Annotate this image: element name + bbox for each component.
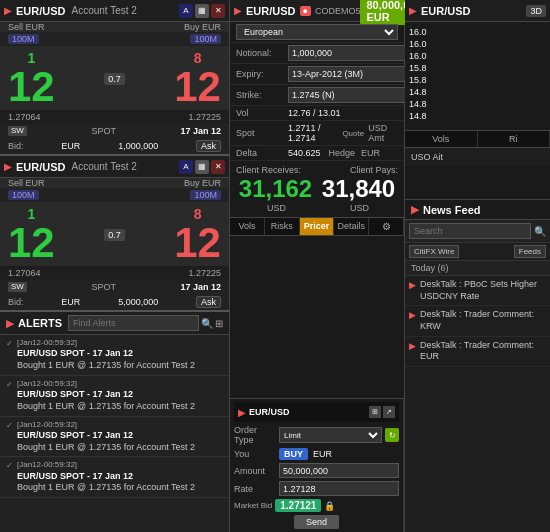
right-panel-prices: 16.0 16.0 16.0 15.8 15.8 14.8 14.8 14.8 [405,22,550,126]
order1-send-button[interactable]: Send [294,515,339,529]
tile2-sell-price: 12 [8,222,55,264]
tile1-icon-a[interactable]: A [179,4,193,18]
alerts-expand-icon[interactable]: ⊞ [215,318,223,329]
news-item-0[interactable]: ▶ DeskTalk : PBoC Sets Higher USDCNY Rat… [405,276,550,306]
alert-check-icon: ✓ [6,339,13,348]
order1-icon-b[interactable]: ↗ [383,406,395,418]
right-tab-vols[interactable]: Vols [405,131,478,147]
options-vol-row: Vol 12.76 / 13.01 [230,106,404,121]
tile1-sell-block[interactable]: 1 12 [8,50,55,108]
tile2-buy-block[interactable]: 8 12 [174,206,221,264]
tile1-currency: EUR [61,141,80,151]
tile2-sell-block[interactable]: 1 12 [8,206,55,264]
tile2-account: Account Test 2 [72,161,137,172]
tile1-sell-label: Sell EUR [8,22,45,32]
options-strike-input[interactable] [288,87,408,103]
order1-buy-button[interactable]: BUY [279,448,308,460]
tile1-sw[interactable]: SW [8,126,27,136]
tile2-sw[interactable]: SW [8,282,27,292]
tile2-icon-a[interactable]: A [179,160,193,174]
order1-type-select[interactable]: Limit [279,427,382,443]
alert-check-icon-1: ✓ [6,380,13,389]
options-delta-row: Delta 540.625 Hedge EUR [230,146,404,161]
alert-item-0: ✓ [Jan12-00:59:32] EUR/USD SPOT - 17 Jan… [0,335,229,376]
tab-details[interactable]: Details [334,218,369,235]
tab-risks[interactable]: Risks [265,218,300,235]
order1-icon-a[interactable]: ⊞ [369,406,381,418]
orders-container: ▶ EUR/USD ⊞ ↗ Order Type Limit ↻ [230,398,404,532]
order1-refresh-icon[interactable]: ↻ [385,428,399,442]
tile2-currency: EUR [61,297,80,307]
alert-item-3: ✓ [Jan12-00:59:32] EUR/USD SPOT - 17 Jan… [0,457,229,498]
tile1-date: 17 Jan 12 [180,126,221,136]
alerts-search-input[interactable] [68,315,199,331]
options-spot-val: 1.2711 / 1.2714 [288,123,338,143]
news-section: ▶ News Feed 🔍 CitiFX Wire Feeds Today (6… [405,200,550,532]
options-notional-input[interactable] [288,45,408,61]
alerts-list: ✓ [Jan12-00:59:32] EUR/USD SPOT - 17 Jan… [0,335,229,498]
order1-amount-row: Amount [234,463,399,478]
options-expiry-input[interactable] [288,66,408,82]
sb-sell-block[interactable]: 31,162 USD [236,177,315,213]
tab-extra[interactable]: ⚙ [369,218,404,235]
tile1-amount2[interactable]: 100M [190,34,221,44]
right-tab-ri[interactable]: Ri [478,131,551,147]
alert-check-icon-2: ✓ [6,421,13,430]
order1-market-label: Market Bid [234,501,272,510]
order1-rate-input[interactable] [279,481,399,496]
options-european-select[interactable]: European [236,24,398,40]
tile1-amount-row: Bid: EUR 1,000,000 Ask [0,138,229,154]
options-hedge-currency: EUR [361,148,380,158]
options-delta-val: 540.625 [288,148,321,158]
right-price-1: 16.0 [409,38,546,50]
right-panel-3d[interactable]: 3D [526,5,546,17]
tile1-icon-b[interactable]: ▦ [195,4,209,18]
tile2-info-row: SW SPOT 17 Jan 12 [0,280,229,294]
tile1-spread: 0.7 [104,73,125,85]
client-pays-label: Client Pays: [317,165,398,175]
alert-text-3: [Jan12-00:59:32] EUR/USD SPOT - 17 Jan 1… [17,460,195,494]
tile1-icon-c[interactable]: ✕ [211,4,225,18]
tile2-amount1[interactable]: 100M [8,190,39,200]
news-source-feeds[interactable]: Feeds [514,245,546,258]
main-container: ▶ EUR/USD Account Test 2 A ▦ ✕ Sell EUR … [0,0,550,532]
tile2-ask-button[interactable]: Ask [196,296,221,308]
tile2-arrow-icon: ▶ [4,161,12,172]
news-source-citifx[interactable]: CitiFX Wire [409,245,459,258]
orders-row: ▶ EUR/USD ⊞ ↗ Order Type Limit ↻ [230,398,404,532]
options-notional-label: Notional: [236,48,284,58]
order1-lock-icon: 🔒 [324,501,335,511]
order1-amount-input[interactable] [279,463,399,478]
options-codemos: CODEMO5 [315,6,361,16]
sb-buy-block[interactable]: 31,840 USD [319,177,398,213]
options-header: ▶ EUR/USD ● CODEMO5 80,000,000 EUR [230,0,404,22]
tile2-header: ▶ EUR/USD Account Test 2 A ▦ ✕ [0,156,229,178]
alert-text-0: [Jan12-00:59:32] EUR/USD SPOT - 17 Jan 1… [17,338,195,372]
tile1-buy-block[interactable]: 8 12 [174,50,221,108]
tile2-icon-b[interactable]: ▦ [195,160,209,174]
options-strike-row: Strike: EUR Call [230,85,404,106]
tile1-pair: EUR/USD [16,5,66,17]
sb-prices: 31,162 USD 31,840 USD [236,177,398,213]
right-tabs: Vols Ri [405,130,550,148]
tab-pricer[interactable]: Pricer [300,218,335,235]
alerts-search-icon: 🔍 [201,318,213,329]
tile1-right-pip: 1.27225 [188,112,221,122]
tile2-left-pip: 1.27064 [8,268,41,278]
tile1-amount1[interactable]: 100M [8,34,39,44]
options-strike-label: Strike: [236,90,284,100]
uso-ait-label: USO Ait [405,148,550,166]
tab-vols[interactable]: Vols [230,218,265,235]
news-item-2[interactable]: ▶ DeskTalk : Trader Comment: EUR [405,337,550,367]
news-search-input[interactable] [409,223,531,239]
tile2-icon-c[interactable]: ✕ [211,160,225,174]
tile2-amount2[interactable]: 100M [190,190,221,200]
order1-arrow-icon: ▶ [238,407,246,418]
news-item-1[interactable]: ▶ DeskTalk : Trader Comment: KRW [405,306,550,336]
right-panel-arrow-icon: ▶ [409,5,417,16]
tile2-pair: EUR/USD [16,161,66,173]
tile2-spread: 0.7 [104,229,125,241]
tile1-ask-button[interactable]: Ask [196,140,221,152]
options-arrow-icon: ▶ [234,5,242,16]
order1-you-label: You [234,449,276,459]
